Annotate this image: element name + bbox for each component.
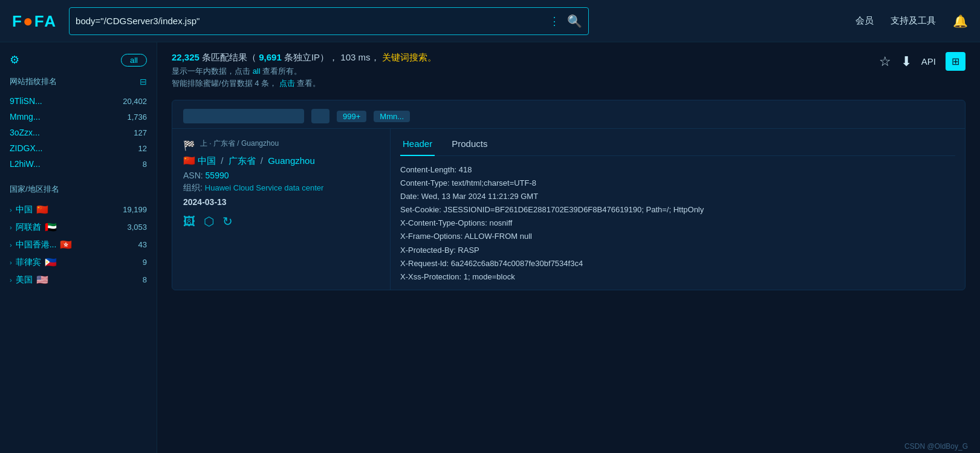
country-section: 国家/地区排名 ›中国🇨🇳19,199›阿联酋🇦🇪3,053›中国香港...🇭🇰…: [10, 184, 147, 288]
tab-products[interactable]: Products: [449, 135, 490, 156]
filter-icon[interactable]: ⚙: [10, 53, 19, 67]
header-line: Date: Wed, 13 Mar 2024 11:21:29 GMT: [400, 190, 955, 203]
header-line: X-Protected-By: RASP: [400, 244, 955, 257]
ms-count: 103: [340, 52, 355, 62]
header-line: X-Xss-Protection: 1; mode=block: [400, 270, 955, 284]
result-card: 999+ Mmn... 🏁 上 · 广东省 / Guangzhou 🇨🇳 中国 …: [172, 100, 965, 290]
screenshot-icon[interactable]: 🖼: [183, 215, 195, 229]
all-link[interactable]: all: [253, 67, 261, 76]
results-header: 22,325 条匹配结果（ 9,691 条独立IP）， 103 ms， 关键词搜…: [172, 52, 965, 90]
header-line: Set-Cookie: JSESSIONID=BF261D6E2881702E3…: [400, 203, 955, 217]
results-note1: 显示一年内数据，点击 all 查看所有。: [172, 66, 879, 77]
card-left: 🏁 上 · 广东省 / Guangzhou 🇨🇳 中国 / 广东省 / Guan…: [172, 129, 390, 290]
port-blurred: [311, 109, 329, 123]
logo: F●FA: [12, 11, 57, 31]
org-row: 组织: Huawei Cloud Service data center: [183, 183, 379, 194]
fingerprint-section: 网站指纹排名 ⊟ 9TliSN...20,402Mmng...1,7363oZz…: [10, 76, 147, 172]
country-list: ›中国🇨🇳19,199›阿联酋🇦🇪3,053›中国香港...🇭🇰43›菲律宾🇵🇭…: [10, 201, 147, 288]
header-content: Content-Length: 418Content-Type: text/ht…: [400, 163, 955, 284]
asn-value[interactable]: 55990: [206, 171, 229, 180]
sidebar-top: ⚙ all: [10, 53, 147, 67]
card-body: 🏁 上 · 广东省 / Guangzhou 🇨🇳 中国 / 广东省 / Guan…: [172, 129, 965, 290]
header-line: X-Content-Type-Options: nosniff: [400, 217, 955, 230]
header-line: X-Request-Id: 6a2462c6a8b74c0087fe30bf75…: [400, 257, 955, 270]
search-bar: ⋮ 🔍: [69, 7, 589, 35]
grid-view-button[interactable]: ⊞: [946, 52, 965, 71]
badge-tag: Mmn...: [374, 111, 410, 122]
date-row: 2024-03-13: [183, 197, 379, 207]
card-top: 999+ Mmn...: [172, 100, 965, 129]
results-info: 22,325 条匹配结果（ 9,691 条独立IP）， 103 ms， 关键词搜…: [172, 52, 879, 90]
download-button[interactable]: ⬇: [901, 54, 912, 70]
country-item[interactable]: ›阿联酋🇦🇪3,053: [10, 218, 147, 236]
stats-text3: ms，: [359, 52, 380, 62]
fingerprint-item[interactable]: L2hiW...8: [10, 156, 147, 172]
country-item[interactable]: ›中国🇨🇳19,199: [10, 201, 147, 218]
province-link[interactable]: 广东省: [229, 155, 256, 166]
tools-link[interactable]: 支持及工具: [891, 15, 936, 27]
country-flag: 🇨🇳: [183, 155, 195, 166]
fingerprint-filter-icon[interactable]: ⊟: [140, 77, 147, 86]
bell-icon[interactable]: 🔔: [953, 14, 968, 28]
country-link[interactable]: 中国: [198, 155, 216, 166]
header-line: Content-Type: text/html;charset=UTF-8: [400, 177, 955, 190]
location-small: 上 · 广东省 / Guangzhou: [200, 139, 279, 149]
country-item[interactable]: ›菲律宾🇵🇭9: [10, 253, 147, 271]
total-count: 22,325: [172, 52, 200, 62]
stats-text1: 条匹配结果（: [202, 52, 256, 62]
asn-row: ASN: 55990: [183, 171, 379, 180]
asn-label: ASN:: [183, 171, 203, 180]
honeypot-link[interactable]: 点击: [279, 79, 295, 88]
results-note2: 智能排除蜜罐/仿冒数据 4 条， 点击 查看。: [172, 78, 879, 89]
stats-text2: 条独立IP），: [284, 52, 338, 62]
city-link[interactable]: Guangzhou: [268, 155, 315, 166]
location-main: 🇨🇳 中国 / 广东省 / Guangzhou: [183, 155, 379, 167]
ip-blurred: [183, 109, 304, 123]
unique-ip-count: 9,691: [259, 52, 282, 62]
card-right: Header Products Content-Length: 418Conte…: [390, 129, 965, 290]
org-label: 组织:: [183, 183, 203, 192]
country-item[interactable]: ›中国香港...🇭🇰43: [10, 236, 147, 253]
main-content: ⚙ all 网站指纹排名 ⊟ 9TliSN...20,402Mmng...1,7…: [0, 42, 980, 453]
fingerprint-section-title: 网站指纹排名 ⊟: [10, 76, 147, 87]
fingerprint-list: 9TliSN...20,402Mmng...1,7363oZzx...127ZI…: [10, 93, 147, 172]
more-options-icon[interactable]: ⋮: [549, 15, 560, 28]
badge-999: 999+: [337, 111, 366, 122]
member-link[interactable]: 会员: [855, 15, 874, 27]
keyword-search-link[interactable]: 关键词搜索。: [382, 52, 436, 62]
results-stats: 22,325 条匹配结果（ 9,691 条独立IP）， 103 ms， 关键词搜…: [172, 52, 879, 64]
search-button-icon[interactable]: 🔍: [567, 14, 582, 28]
tabs-row: Header Products: [400, 135, 955, 156]
results-area: 22,325 条匹配结果（ 9,691 条独立IP）， 103 ms， 关键词搜…: [157, 42, 980, 453]
header-line: X-Frame-Options: ALLOW-FROM null: [400, 230, 955, 243]
fingerprint-item[interactable]: ZIDGX...12: [10, 140, 147, 156]
country-section-title: 国家/地区排名: [10, 184, 147, 195]
results-actions: ☆ ⬇ API ⊞: [879, 52, 965, 71]
all-badge[interactable]: all: [121, 54, 147, 67]
search-icons: ⋮ 🔍: [549, 14, 582, 28]
org-value[interactable]: Huawei Cloud Service data center: [205, 183, 324, 192]
nav-right: 会员 支持及工具 🔔: [855, 14, 968, 28]
fingerprint-item[interactable]: 3oZzx...127: [10, 125, 147, 140]
navbar: F●FA ⋮ 🔍 会员 支持及工具 🔔: [0, 0, 980, 42]
card-actions: 🖼 ⬡ ↻: [183, 214, 379, 229]
refresh-icon[interactable]: ↻: [222, 214, 233, 229]
flag-small: 🏁: [183, 140, 195, 151]
footer: CSDN @OldBoy_G: [892, 440, 980, 453]
logo-text: F●FA: [12, 11, 57, 31]
fingerprint-item[interactable]: Mmng...1,736: [10, 109, 147, 125]
star-button[interactable]: ☆: [879, 54, 891, 70]
search-input[interactable]: [76, 16, 549, 26]
cube-icon[interactable]: ⬡: [204, 214, 214, 229]
tab-header[interactable]: Header: [400, 135, 435, 156]
country-item[interactable]: ›美国🇺🇸8: [10, 271, 147, 288]
fingerprint-item[interactable]: 9TliSN...20,402: [10, 93, 147, 109]
sidebar: ⚙ all 网站指纹排名 ⊟ 9TliSN...20,402Mmng...1,7…: [0, 42, 157, 453]
api-button[interactable]: API: [921, 56, 936, 67]
header-line: Content-Length: 418: [400, 163, 955, 177]
